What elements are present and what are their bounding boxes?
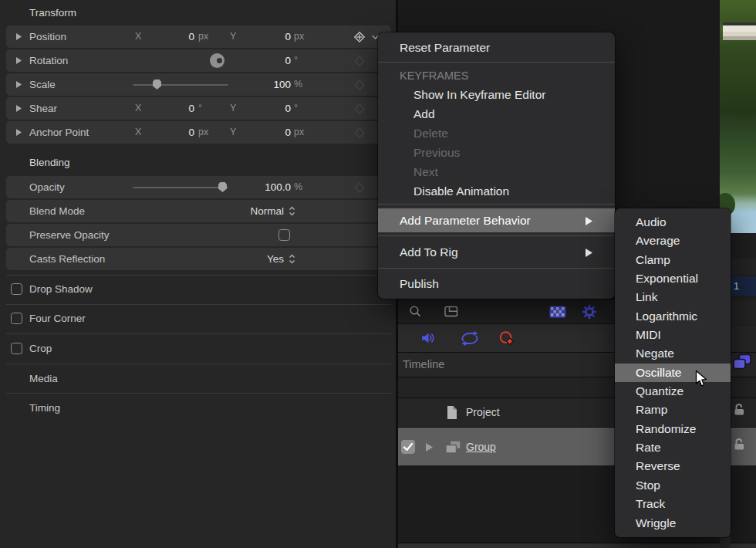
media-row[interactable]: Media (0, 367, 396, 391)
keyframe-diamond-icon[interactable] (353, 103, 366, 115)
submenu-arrow-icon (586, 217, 592, 225)
scale-slider[interactable] (133, 84, 228, 86)
disclosure-triangle-icon[interactable] (16, 105, 22, 112)
anchor-y-unit: px (294, 121, 304, 144)
disclosure-triangle-icon[interactable] (16, 57, 22, 64)
menu-item-show-in-keyframe-editor[interactable]: Show In Keyframe Editor (378, 85, 615, 104)
checkerboard-icon[interactable] (549, 306, 566, 318)
stepper-chevrons-icon[interactable] (289, 206, 295, 216)
submenu-item-link[interactable]: Link (615, 288, 731, 306)
divider (6, 393, 391, 394)
opacity-value[interactable]: 100.0 (249, 176, 291, 198)
y-axis-label: Y (230, 25, 236, 48)
drop-shadow-checkbox[interactable] (11, 283, 22, 295)
submenu-item-quantize[interactable]: Quantize (615, 382, 731, 401)
menu-item-add-parameter-behavior[interactable]: Add Parameter Behavior (378, 208, 615, 232)
photo-house (723, 22, 756, 40)
submenu-item-exponential[interactable]: Exponential (615, 269, 731, 288)
opacity-slider-thumb[interactable] (218, 182, 227, 192)
menu-separator (378, 235, 615, 236)
add-parameter-behavior-label: Add Parameter Behavior (400, 214, 531, 227)
animation-menu-keyframe-icon[interactable] (353, 31, 366, 43)
unlock-icon[interactable] (733, 437, 747, 451)
submenu-item-wriggle[interactable]: Wriggle (615, 514, 731, 533)
menu-item-previous-disabled: Previous (378, 143, 615, 162)
menu-item-add[interactable]: Add (378, 104, 615, 123)
scale-slider-thumb[interactable] (153, 79, 161, 90)
blend-mode-row: Blend Mode Normal (6, 200, 391, 222)
shear-y-unit: ° (294, 97, 298, 120)
anchor-x-value[interactable]: 0 (153, 121, 194, 144)
anchor-y-value[interactable]: 0 (249, 121, 291, 144)
keyframe-diamond-icon[interactable] (353, 181, 366, 194)
position-x-unit: px (198, 25, 208, 48)
audio-mute-icon[interactable] (420, 332, 436, 344)
four-corner-checkbox[interactable] (11, 313, 22, 324)
submenu-item-oscillate-highlighted[interactable]: Oscillate (615, 364, 731, 382)
divider (6, 364, 391, 364)
x-axis-label: X (135, 97, 141, 120)
submenu-item-midi[interactable]: MIDI (615, 326, 731, 344)
timing-row[interactable]: Timing (0, 397, 396, 420)
right-edge-row (731, 299, 756, 325)
window-pane-icon[interactable] (444, 306, 458, 317)
rotation-value[interactable]: 0 (249, 49, 291, 72)
timing-label: Timing (29, 397, 60, 420)
blend-mode-popup[interactable]: Normal (199, 200, 284, 222)
loop-playback-icon[interactable] (460, 331, 480, 346)
submenu-item-negate[interactable]: Negate (615, 344, 731, 363)
rotation-label: Rotation (29, 49, 68, 72)
submenu-item-clamp[interactable]: Clamp (615, 251, 731, 269)
crop-row: Crop (0, 337, 396, 360)
layers-purple-icon[interactable] (731, 353, 753, 373)
keyframe-diamond-icon[interactable] (353, 127, 366, 139)
submenu-item-reverse[interactable]: Reverse (615, 457, 731, 475)
disclosure-triangle-icon[interactable] (16, 81, 22, 88)
casts-reflection-popup[interactable]: Yes (222, 248, 284, 270)
disclosure-triangle-icon[interactable] (16, 33, 22, 40)
shear-y-value[interactable]: 0 (249, 97, 291, 120)
blending-section-header: Blending (29, 154, 70, 171)
menu-separator (378, 204, 615, 205)
submenu-item-logarithmic[interactable]: Logarithmic (615, 307, 731, 326)
submenu-item-average[interactable]: Average (615, 232, 731, 250)
menu-item-reset-parameter[interactable]: Reset Parameter (378, 37, 615, 59)
rotation-dial[interactable] (210, 53, 224, 68)
menu-item-add-to-rig[interactable]: Add To Rig (378, 240, 615, 265)
disclosure-triangle-icon[interactable] (16, 129, 22, 136)
anchor-x-unit: px (198, 121, 208, 144)
preserve-opacity-row: Preserve Opacity (6, 224, 391, 246)
unlock-icon[interactable] (733, 402, 747, 416)
y-axis-label: Y (230, 97, 236, 120)
drop-shadow-label: Drop Shadow (29, 278, 93, 301)
crop-checkbox[interactable] (11, 343, 22, 354)
keyframe-diamond-icon[interactable] (353, 79, 366, 91)
submenu-item-rate[interactable]: Rate (615, 438, 731, 457)
menu-item-publish[interactable]: Publish (378, 272, 615, 296)
transform-section-header: Transform (29, 5, 76, 22)
group-activation-checkbox[interactable] (401, 440, 415, 454)
keyframe-diamond-icon[interactable] (353, 55, 366, 67)
preserve-opacity-checkbox[interactable] (278, 229, 290, 241)
submenu-item-audio[interactable]: Audio (615, 213, 731, 232)
disclosure-triangle-icon[interactable] (426, 443, 433, 452)
group-layers-icon (444, 440, 462, 455)
shear-label: Shear (29, 97, 57, 120)
search-icon[interactable] (409, 305, 422, 318)
scale-value[interactable]: 100 (249, 73, 291, 96)
opacity-slider[interactable] (133, 187, 228, 188)
canvas-photo (720, 0, 756, 233)
submenu-item-stop[interactable]: Stop (615, 476, 731, 495)
submenu-item-ramp[interactable]: Ramp (615, 401, 731, 419)
project-label: Project (466, 398, 500, 427)
stepper-chevrons-icon[interactable] (289, 254, 295, 264)
right-edge-row (731, 326, 756, 352)
gear-icon[interactable] (582, 304, 597, 320)
position-y-value[interactable]: 0 (249, 25, 291, 48)
submenu-item-track[interactable]: Track (615, 495, 731, 513)
submenu-item-randomize[interactable]: Randomize (615, 420, 731, 438)
shear-x-value[interactable]: 0 (153, 97, 194, 120)
record-keyframes-icon[interactable] (498, 330, 515, 347)
menu-item-disable-animation[interactable]: Disable Animation (378, 181, 615, 201)
position-x-value[interactable]: 0 (153, 25, 194, 48)
